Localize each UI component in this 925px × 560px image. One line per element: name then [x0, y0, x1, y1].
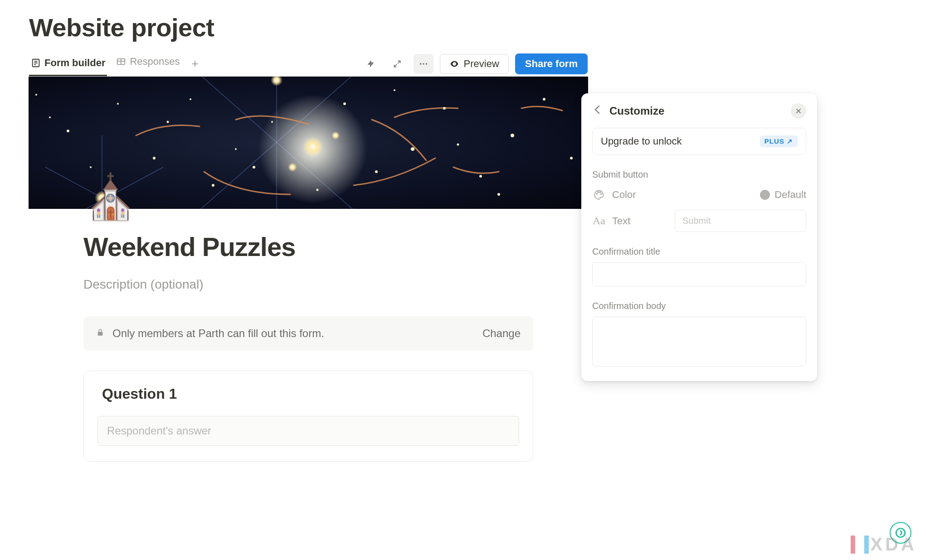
color-row[interactable]: Color Default — [592, 189, 806, 201]
svg-point-36 — [511, 134, 514, 137]
watermark-text: XDA — [871, 534, 917, 555]
more-icon[interactable] — [414, 54, 433, 74]
share-form-button[interactable]: Share form — [515, 53, 588, 74]
question-card[interactable]: Question 1 — [83, 371, 533, 462]
svg-point-53 — [599, 192, 600, 193]
svg-point-23 — [35, 94, 37, 96]
confirmation-body-label: Confirmation body — [592, 301, 806, 311]
svg-point-25 — [117, 103, 119, 105]
tab-form-builder-label: Form builder — [44, 57, 105, 69]
svg-point-32 — [375, 170, 378, 173]
tab-responses-label: Responses — [130, 56, 180, 68]
confirmation-title-input[interactable] — [592, 262, 806, 286]
svg-point-18 — [303, 137, 323, 157]
customize-panel: Customize Upgrade to unlock PLUS ↗ Submi… — [581, 93, 817, 381]
add-tab-button[interactable]: + — [189, 57, 201, 71]
plus-badge: PLUS ↗ — [760, 135, 798, 147]
confirmation-body-input[interactable] — [592, 317, 806, 367]
text-label: Text — [612, 215, 630, 227]
svg-point-26 — [153, 157, 156, 159]
upgrade-button[interactable]: Upgrade to unlock PLUS ↗ — [592, 128, 806, 155]
form-title[interactable]: Weekend Puzzles — [83, 232, 533, 262]
svg-point-51 — [596, 193, 597, 194]
palette-icon — [592, 189, 606, 201]
upgrade-label: Upgrade to unlock — [601, 135, 682, 147]
svg-point-20 — [331, 131, 340, 140]
svg-point-27 — [190, 98, 191, 100]
typography-icon: Aa — [592, 215, 606, 227]
tab-form-builder[interactable]: Form builder — [29, 51, 107, 76]
lock-icon — [96, 328, 104, 339]
close-icon[interactable] — [791, 103, 806, 119]
form-icon — [31, 58, 41, 68]
page-title: Website project — [29, 13, 588, 42]
svg-point-41 — [90, 166, 92, 168]
lightning-icon[interactable] — [361, 54, 381, 74]
svg-point-43 — [235, 148, 237, 150]
svg-point-24 — [67, 130, 69, 132]
form-emoji[interactable]: ⛪ — [83, 175, 533, 219]
table-icon — [116, 57, 126, 67]
svg-point-31 — [343, 102, 346, 105]
svg-point-38 — [570, 157, 573, 159]
svg-point-19 — [288, 163, 297, 172]
watermark-logo-icon — [851, 536, 869, 554]
panel-title: Customize — [609, 105, 664, 117]
svg-point-42 — [167, 121, 169, 123]
svg-point-52 — [598, 192, 599, 193]
preview-button[interactable]: Preview — [440, 54, 509, 74]
permissions-notice-text: Only members at Parth can fill out this … — [112, 327, 324, 340]
svg-point-33 — [411, 147, 414, 151]
answer-input[interactable] — [97, 416, 519, 446]
watermark: XDA — [851, 534, 917, 555]
tab-responses[interactable]: Responses — [114, 51, 181, 76]
svg-point-34 — [443, 107, 446, 110]
confirmation-title-label: Confirmation title — [592, 246, 806, 257]
svg-point-9 — [425, 63, 427, 65]
change-permissions-button[interactable]: Change — [482, 327, 521, 340]
svg-point-8 — [423, 63, 424, 65]
form-description[interactable]: Description (optional) — [83, 277, 533, 292]
color-value: Default — [774, 189, 806, 201]
svg-point-54 — [601, 193, 602, 194]
svg-point-45 — [394, 89, 395, 91]
submit-button-section-label: Submit button — [592, 169, 806, 180]
tabs-row: Form builder Responses + Preview Share f… — [29, 51, 588, 77]
color-swatch — [760, 190, 770, 200]
expand-icon[interactable] — [387, 54, 407, 74]
eye-icon — [449, 59, 459, 69]
text-row: Aa Text — [592, 210, 806, 232]
permissions-notice: Only members at Parth can fill out this … — [83, 316, 533, 351]
svg-point-37 — [543, 98, 545, 101]
svg-point-49 — [49, 116, 51, 118]
svg-point-30 — [271, 121, 273, 123]
color-label: Color — [612, 189, 636, 201]
toolbar: Preview Share form — [361, 53, 588, 74]
submit-text-input[interactable] — [675, 210, 806, 232]
preview-label: Preview — [464, 58, 499, 70]
svg-point-46 — [457, 144, 459, 146]
svg-point-7 — [419, 63, 421, 65]
back-icon[interactable] — [592, 104, 603, 118]
question-title[interactable]: Question 1 — [102, 386, 519, 402]
svg-point-29 — [253, 166, 255, 169]
